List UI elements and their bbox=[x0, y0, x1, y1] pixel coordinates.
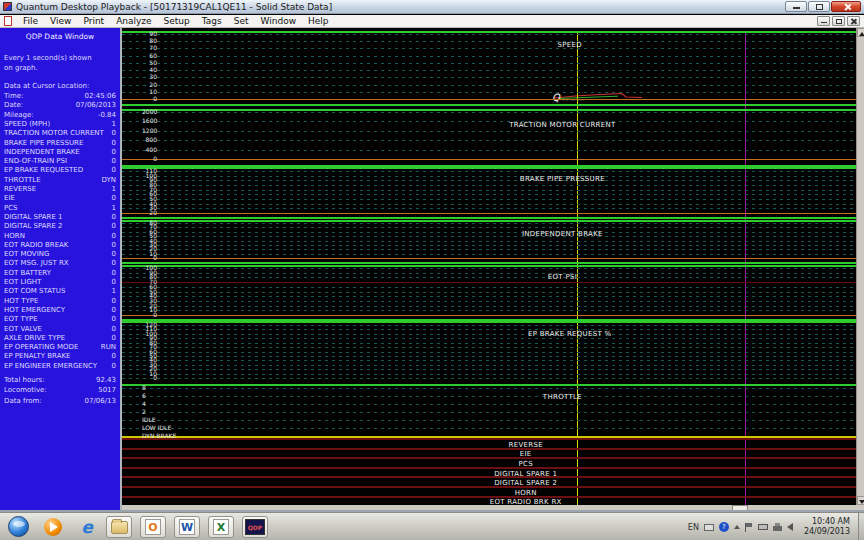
taskbar-internet-explorer[interactable]: e bbox=[74, 516, 100, 538]
scroll-down-button[interactable] bbox=[857, 496, 864, 505]
word-icon: W bbox=[179, 519, 195, 535]
taskbar-media-player[interactable] bbox=[40, 516, 66, 538]
row-label: EOT MSG. JUST RX bbox=[4, 259, 69, 267]
taskbar-excel[interactable]: X bbox=[208, 516, 234, 538]
row-label: TRACTION MOTOR CURRENT bbox=[4, 129, 104, 137]
gridline bbox=[122, 245, 856, 246]
menu-set[interactable]: Set bbox=[228, 15, 255, 27]
row-value: 0 bbox=[112, 213, 116, 221]
row-label: AXLE DRIVE TYPE bbox=[4, 334, 65, 342]
menu-help[interactable]: Help bbox=[302, 15, 335, 27]
data-row: THROTTLEDYN bbox=[4, 176, 116, 184]
row-label: HOT EMERGENCY bbox=[4, 306, 65, 314]
row-label: EOT RADIO BREAK bbox=[4, 241, 68, 249]
row-label: EP ENGINEER EMERGENCY bbox=[4, 362, 97, 370]
qdp-watermark: Q . . .. ... bbox=[552, 92, 585, 103]
menu-view[interactable]: View bbox=[44, 15, 77, 27]
minimize-button[interactable] bbox=[785, 1, 807, 12]
battery-icon[interactable] bbox=[758, 524, 768, 530]
taskbar-outlook[interactable]: O bbox=[140, 516, 166, 538]
row-label: EOT VALVE bbox=[4, 325, 42, 333]
row-label: EP OPERATING MODE bbox=[4, 343, 78, 351]
menu-tags[interactable]: Tags bbox=[196, 15, 228, 27]
channel-bottom-line bbox=[122, 262, 856, 264]
row-label: PCS bbox=[4, 204, 18, 212]
row-value: 92.43 bbox=[96, 376, 116, 384]
gridline bbox=[122, 180, 856, 181]
data-row: Mileage:-0.84 bbox=[4, 111, 116, 119]
close-button[interactable] bbox=[831, 1, 861, 12]
child-restore-button[interactable] bbox=[832, 16, 845, 26]
menu-window[interactable]: Window bbox=[255, 15, 303, 27]
gridline bbox=[122, 241, 856, 242]
title-bar[interactable]: Quantum Desktop Playback - [50171319CAL1… bbox=[0, 0, 864, 14]
network-icon[interactable] bbox=[773, 523, 782, 531]
row-value: 0 bbox=[112, 194, 116, 202]
gridline bbox=[122, 223, 856, 224]
help-icon[interactable]: ? bbox=[719, 522, 729, 532]
gridline bbox=[122, 236, 856, 237]
scroll-up-button[interactable] bbox=[857, 28, 864, 37]
maximize-button[interactable] bbox=[808, 1, 830, 12]
menu-setup[interactable]: Setup bbox=[158, 15, 196, 27]
row-label: Data from: bbox=[4, 397, 42, 405]
row-label: EIE bbox=[4, 194, 15, 202]
menu-print[interactable]: Print bbox=[77, 15, 110, 27]
gridline bbox=[122, 249, 856, 250]
digital-separator bbox=[122, 477, 856, 478]
gridline bbox=[122, 334, 856, 335]
menu-file[interactable]: File bbox=[17, 15, 44, 27]
vertical-scrollbar[interactable] bbox=[856, 28, 864, 505]
volume-icon[interactable] bbox=[787, 523, 793, 531]
gridline bbox=[122, 325, 856, 326]
restore-icon bbox=[836, 19, 842, 24]
taskbar-qdp-app[interactable]: QDP bbox=[242, 516, 268, 538]
row-value: 07/06/2013 bbox=[76, 101, 116, 109]
tick-label: 4 bbox=[142, 401, 184, 407]
gridline bbox=[122, 70, 856, 71]
data-row: TRACTION MOTOR CURRENT0 bbox=[4, 129, 116, 137]
start-button[interactable] bbox=[8, 516, 29, 537]
data-row: HORN0 bbox=[4, 232, 116, 240]
data-row: PCS1 bbox=[4, 204, 116, 212]
gridline bbox=[122, 63, 856, 64]
digital-channel-label: EIE bbox=[520, 450, 532, 458]
child-close-button[interactable] bbox=[847, 16, 860, 26]
alarm-gridline bbox=[122, 282, 856, 283]
tick-label: 90 bbox=[142, 31, 157, 37]
channel-top-line bbox=[122, 109, 856, 111]
language-indicator[interactable]: EN bbox=[688, 523, 699, 532]
show-desktop-button[interactable] bbox=[858, 513, 864, 540]
internet-explorer-icon: e bbox=[81, 518, 93, 536]
keyboard-icon[interactable] bbox=[704, 524, 714, 531]
gridline bbox=[122, 420, 856, 421]
row-value: 0 bbox=[112, 139, 116, 147]
gridline bbox=[122, 204, 856, 205]
gridline bbox=[122, 77, 856, 78]
data-row: EOT BATTERY0 bbox=[4, 269, 116, 277]
child-window-buttons bbox=[817, 16, 860, 26]
chart-canvas[interactable]: Q . . .. ... 9080706050403020100SPEED200… bbox=[122, 28, 856, 505]
row-value: 1 bbox=[112, 185, 116, 193]
row-value: 0 bbox=[112, 241, 116, 249]
taskbar-word[interactable]: W bbox=[174, 516, 200, 538]
gridline bbox=[122, 48, 856, 49]
action-center-flag-icon[interactable] bbox=[745, 523, 753, 532]
tick-label: 800 bbox=[142, 137, 157, 143]
taskbar-file-explorer[interactable] bbox=[106, 516, 132, 538]
panel-title: QDP Data Window bbox=[0, 32, 120, 41]
digital-channel-label: REVERSE bbox=[509, 441, 543, 449]
menu-bar: File View Print Analyze Setup Tags Set W… bbox=[0, 15, 864, 28]
tray-time: 10:40 AM bbox=[804, 517, 850, 527]
menu-analyze[interactable]: Analyze bbox=[110, 15, 157, 27]
gridline bbox=[122, 176, 856, 177]
digital-separator bbox=[122, 468, 856, 469]
tick-label: 20 bbox=[142, 82, 157, 88]
clock[interactable]: 10:40 AM 24/09/2013 bbox=[798, 517, 850, 537]
child-minimize-button[interactable] bbox=[817, 16, 830, 26]
interval-text: Every 1 second(s) shown bbox=[4, 54, 92, 62]
show-hidden-icons-icon[interactable] bbox=[734, 525, 740, 529]
close-icon bbox=[845, 4, 851, 10]
channel-bottom-line bbox=[122, 104, 856, 106]
row-value: 0 bbox=[112, 278, 116, 286]
